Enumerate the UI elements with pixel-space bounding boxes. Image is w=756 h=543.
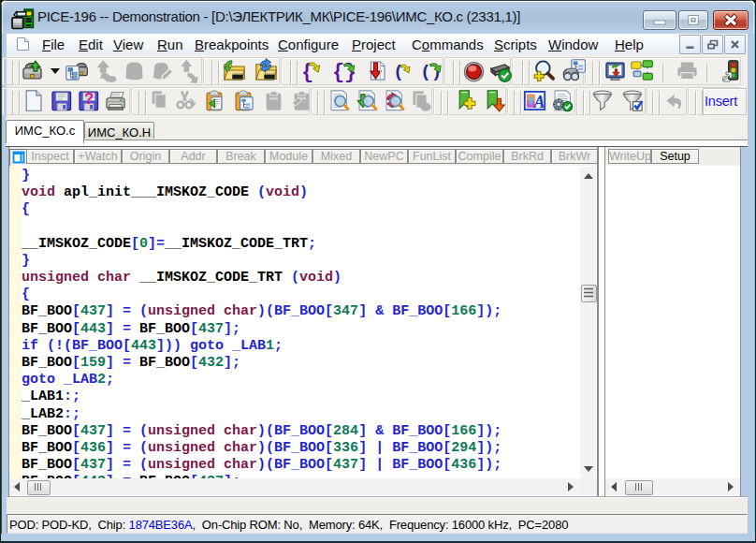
svg-text:?: ?	[84, 90, 94, 108]
svg-text:A: A	[532, 93, 545, 111]
